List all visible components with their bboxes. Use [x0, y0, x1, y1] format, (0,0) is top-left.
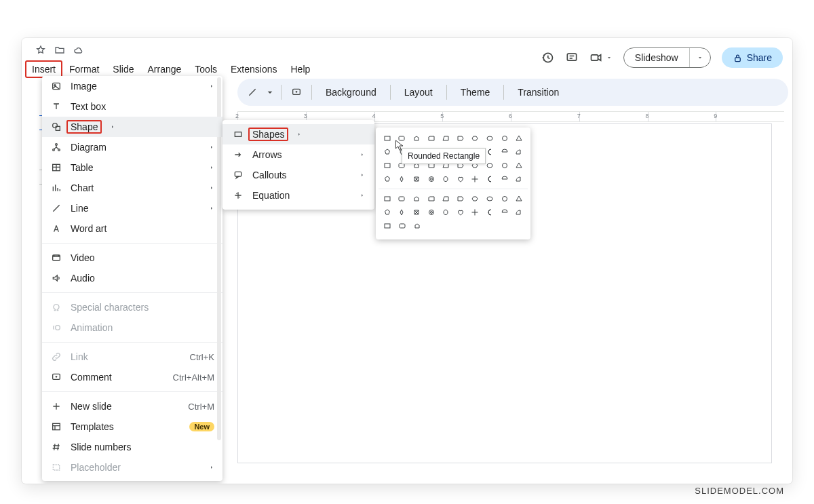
shape-option[interactable] — [469, 133, 482, 144]
shape-option[interactable] — [513, 160, 525, 171]
shape-option[interactable] — [454, 207, 467, 218]
add-comment-icon[interactable] — [291, 87, 302, 98]
shape-option[interactable] — [499, 147, 511, 157]
slideshow-button[interactable]: Slideshow — [623, 47, 711, 68]
shape-sub-callouts[interactable]: Callouts — [222, 165, 374, 185]
toolbar-background[interactable]: Background — [322, 84, 381, 100]
shape-option[interactable] — [513, 147, 525, 157]
shape-option[interactable] — [410, 133, 423, 144]
insert-word-art[interactable]: Word art — [42, 218, 222, 239]
shape-option[interactable] — [513, 133, 525, 144]
insert-new-slide[interactable]: New slideCtrl+M — [42, 396, 222, 416]
toolbar-layout[interactable]: Layout — [400, 84, 437, 100]
shape-option[interactable] — [484, 207, 496, 218]
insert-video[interactable]: Video — [42, 248, 222, 268]
shape-option[interactable] — [381, 193, 393, 204]
insert-shape[interactable]: Shape — [42, 117, 222, 137]
shape-option[interactable] — [381, 133, 393, 144]
shape-option[interactable] — [425, 133, 438, 144]
shape-option[interactable] — [425, 193, 438, 204]
menu-help[interactable]: Help — [284, 61, 316, 77]
shape-option[interactable] — [396, 193, 408, 204]
shape-option[interactable] — [513, 193, 525, 204]
share-button[interactable]: Share — [722, 47, 783, 68]
shape-option[interactable] — [484, 174, 496, 185]
menu-extensions[interactable]: Extensions — [225, 61, 283, 77]
star-icon[interactable] — [35, 45, 46, 56]
shape-option[interactable] — [469, 207, 482, 218]
line-icon — [50, 203, 62, 214]
shape-option[interactable] — [410, 193, 423, 204]
line-tool-icon[interactable] — [247, 87, 258, 98]
menu-insert[interactable]: Insert — [26, 61, 62, 77]
shape-option[interactable] — [440, 133, 452, 144]
meet-dropdown-icon[interactable] — [606, 51, 613, 64]
shape-option[interactable] — [381, 147, 393, 157]
omega-icon — [50, 302, 62, 313]
shape-option[interactable] — [499, 160, 511, 171]
video-icon — [50, 252, 62, 263]
shape-option[interactable] — [499, 193, 511, 204]
shape-sub-equation[interactable]: Equation — [222, 185, 374, 206]
shape-option[interactable] — [499, 133, 511, 144]
shape-sub-shapes[interactable]: Shapes — [222, 124, 374, 144]
insert-comment[interactable]: CommentCtrl+Alt+M — [42, 367, 222, 387]
shape-option[interactable] — [454, 174, 467, 185]
shape-option[interactable] — [484, 133, 496, 144]
insert-templates[interactable]: TemplatesNew — [42, 416, 222, 437]
shape-option[interactable] — [411, 220, 423, 231]
insert-diagram[interactable]: Diagram — [42, 137, 222, 157]
shape-option[interactable] — [381, 160, 393, 171]
insert-text-box[interactable]: Text box — [42, 96, 222, 117]
folder-move-icon[interactable] — [54, 45, 65, 56]
slideshow-dropdown-icon[interactable] — [690, 50, 710, 65]
shape-option[interactable] — [440, 174, 452, 185]
toolbar-theme[interactable]: Theme — [457, 84, 495, 100]
shape-option[interactable] — [469, 174, 482, 185]
shape-option[interactable] — [425, 174, 438, 185]
shape-option[interactable] — [381, 220, 393, 231]
shape-option[interactable] — [513, 174, 525, 185]
insert-line[interactable]: Line — [42, 198, 222, 218]
history-icon[interactable] — [541, 51, 554, 64]
toolbar-transition[interactable]: Transition — [513, 84, 563, 100]
comments-icon[interactable] — [565, 51, 579, 64]
cursor-icon — [394, 140, 405, 152]
menu-slide[interactable]: Slide — [106, 61, 140, 77]
svg-point-30 — [429, 177, 433, 182]
shape-option[interactable] — [440, 207, 452, 218]
svg-rect-38 — [385, 224, 390, 228]
shape-option[interactable] — [484, 193, 496, 204]
meet-icon[interactable] — [589, 51, 603, 64]
shape-option[interactable] — [469, 193, 482, 204]
svg-rect-19 — [235, 172, 241, 176]
insert-audio[interactable]: Audio — [42, 268, 222, 288]
menu-format[interactable]: Format — [63, 61, 105, 77]
shape-option[interactable] — [396, 174, 408, 185]
shape-option[interactable] — [425, 207, 438, 218]
chevron-right-icon — [360, 172, 365, 178]
shape-option[interactable] — [454, 193, 467, 204]
shape-option[interactable] — [381, 174, 393, 185]
insert-slide-numbers[interactable]: Slide numbers — [42, 437, 222, 457]
shape-option[interactable] — [499, 207, 511, 218]
shape-option[interactable] — [499, 174, 511, 185]
shape-option[interactable] — [410, 174, 423, 185]
cloud-icon[interactable] — [73, 45, 84, 56]
audio-icon — [50, 273, 62, 284]
insert-table[interactable]: Table — [42, 157, 222, 178]
shape-option[interactable] — [410, 207, 423, 218]
shape-option[interactable] — [396, 220, 408, 231]
shape-option[interactable] — [381, 207, 393, 218]
shape-option[interactable] — [454, 133, 467, 144]
shape-option[interactable] — [440, 193, 452, 204]
insert-chart[interactable]: Chart — [42, 178, 222, 198]
shape-option[interactable] — [513, 207, 525, 218]
line-tool-dropdown-icon[interactable] — [265, 87, 271, 98]
insert-image[interactable]: Image — [42, 76, 222, 96]
menu-tools[interactable]: Tools — [189, 61, 223, 77]
svg-point-7 — [53, 123, 58, 128]
menu-arrange[interactable]: Arrange — [142, 61, 188, 77]
shape-option[interactable] — [396, 207, 408, 218]
shape-sub-arrows[interactable]: Arrows — [222, 144, 374, 165]
